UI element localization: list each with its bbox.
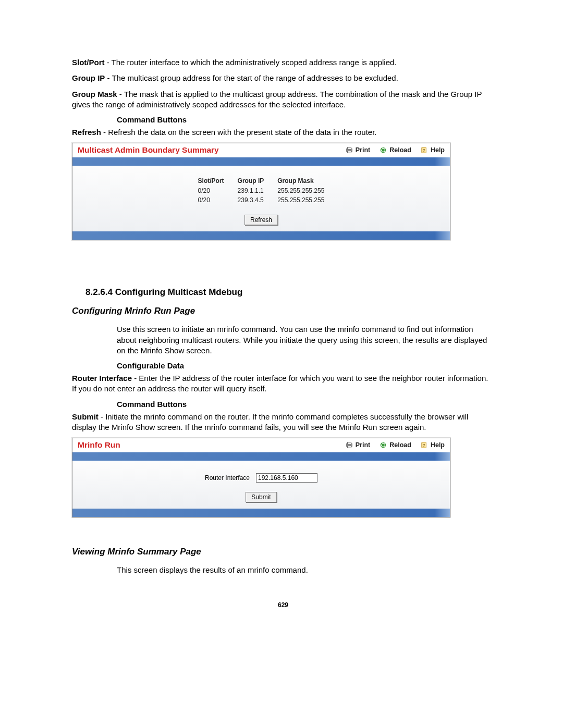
printer-icon — [346, 146, 353, 154]
desc-group-mask: - The mask that is applied to the multic… — [72, 90, 482, 109]
col-group-mask: Group Mask — [271, 176, 331, 186]
mrinfo-summary-heading: Viewing Mrinfo Summary Page — [72, 547, 494, 557]
print-button[interactable]: Print — [346, 146, 370, 154]
cell: 255.255.255.255 — [271, 196, 331, 204]
svg-rect-2 — [347, 151, 351, 153]
router-interface-row: Router Interface — [77, 470, 446, 483]
reload-button[interactable]: Reload — [380, 441, 411, 449]
panel1-header: Multicast Admin Boundary Summary Print R… — [72, 143, 450, 157]
def-group-ip: Group IP - The multicast group address f… — [72, 73, 494, 83]
section-heading: 8.2.6.4 Configuring Multicast Mdebug — [85, 287, 494, 298]
term-refresh: Refresh — [72, 128, 101, 137]
panel1-bottombar — [72, 231, 450, 240]
reload-label: Reload — [389, 441, 411, 449]
panel2-actions: Print Reload ? Help — [346, 441, 445, 449]
def-submit: Submit - Initiate the mrinfo command on … — [72, 412, 494, 433]
reload-label: Reload — [389, 146, 411, 154]
router-interface-input[interactable] — [256, 473, 317, 483]
panel1-body: Slot/Port Group IP Group Mask 0/20 239.1… — [72, 166, 450, 231]
print-button[interactable]: Print — [346, 441, 370, 449]
panel1-topbar — [72, 157, 450, 166]
panel2-body: Router Interface Submit — [72, 461, 450, 509]
table-row: 0/20 239.1.1.1 255.255.255.255 — [192, 187, 331, 195]
term-submit: Submit — [72, 412, 99, 421]
svg-text:?: ? — [423, 149, 425, 152]
term-router-interface: Router Interface — [72, 374, 132, 382]
table-header-row: Slot/Port Group IP Group Mask — [192, 176, 331, 186]
reload-button[interactable]: Reload — [380, 146, 411, 154]
panel1-actions: Print Reload ? Help — [346, 146, 445, 154]
router-interface-label: Router Interface — [205, 474, 250, 482]
reload-icon — [380, 146, 387, 154]
term-group-ip: Group IP — [72, 73, 105, 82]
refresh-button[interactable]: Refresh — [244, 215, 278, 225]
cell: 0/20 — [192, 187, 230, 195]
panel2-button-row: Submit — [77, 492, 446, 502]
command-buttons-label-2: Command Buttons — [117, 400, 494, 409]
table-row: 0/20 239.3.4.5 255.255.255.255 — [192, 196, 331, 204]
def-slot-port: Slot/Port - The router interface to whic… — [72, 57, 494, 68]
mrinfo-run-intro: Use this screen to initiate an mrinfo co… — [117, 324, 494, 356]
page-number: 629 — [72, 601, 494, 609]
submit-button[interactable]: Submit — [246, 492, 276, 502]
mrinfo-summary-intro: This screen displays the results of an m… — [117, 565, 494, 575]
desc-submit: - Initiate the mrinfo command on the rou… — [72, 412, 468, 431]
svg-rect-9 — [347, 446, 351, 448]
col-group-ip: Group IP — [231, 176, 271, 186]
def-group-mask: Group Mask - The mask that is applied to… — [72, 89, 494, 110]
cell: 239.3.4.5 — [231, 196, 271, 204]
svg-rect-1 — [347, 147, 351, 150]
cell: 0/20 — [192, 196, 230, 204]
panel2-bottombar — [72, 509, 450, 517]
help-icon: ? — [421, 146, 428, 154]
configurable-data-label: Configurable Data — [117, 361, 494, 370]
panel-mrinfo-run: Mrinfo Run Print Reload ? — [72, 438, 450, 517]
svg-rect-8 — [347, 442, 351, 445]
command-buttons-label-1: Command Buttons — [117, 115, 494, 124]
panel2-header: Mrinfo Run Print Reload ? — [72, 438, 450, 452]
cell: 255.255.255.255 — [271, 187, 331, 195]
desc-slot-port: - The router interface to which the admi… — [105, 58, 397, 67]
cell: 239.1.1.1 — [231, 187, 271, 195]
svg-text:?: ? — [423, 443, 425, 447]
printer-icon — [346, 441, 353, 449]
desc-router-interface: - Enter the IP address of the router int… — [72, 374, 488, 393]
def-router-interface: Router Interface - Enter the IP address … — [72, 373, 494, 394]
reload-icon — [380, 441, 387, 449]
boundary-table: Slot/Port Group IP Group Mask 0/20 239.1… — [191, 175, 332, 205]
desc-group-ip: - The multicast group address for the st… — [105, 73, 398, 82]
document-page: Slot/Port - The router interface to whic… — [0, 0, 563, 728]
def-refresh: Refresh - Refresh the data on the screen… — [72, 127, 494, 138]
mrinfo-run-heading: Configuring Mrinfo Run Page — [72, 306, 494, 316]
col-slot-port: Slot/Port — [192, 176, 230, 186]
help-label: Help — [431, 146, 445, 154]
help-button[interactable]: ? Help — [421, 146, 445, 154]
panel1-title: Multicast Admin Boundary Summary — [78, 145, 219, 155]
panel2-title: Mrinfo Run — [78, 440, 120, 450]
panel1-button-row: Refresh — [77, 215, 446, 225]
help-label: Help — [431, 441, 445, 449]
term-slot-port: Slot/Port — [72, 58, 105, 67]
panel2-topbar — [72, 452, 450, 461]
help-icon: ? — [421, 441, 428, 449]
print-label: Print — [356, 441, 370, 449]
help-button[interactable]: ? Help — [421, 441, 445, 449]
desc-refresh: - Refresh the data on the screen with th… — [101, 128, 377, 137]
term-group-mask: Group Mask — [72, 90, 117, 98]
panel-multicast-admin-boundary: Multicast Admin Boundary Summary Print R… — [72, 143, 450, 240]
print-label: Print — [356, 146, 370, 154]
